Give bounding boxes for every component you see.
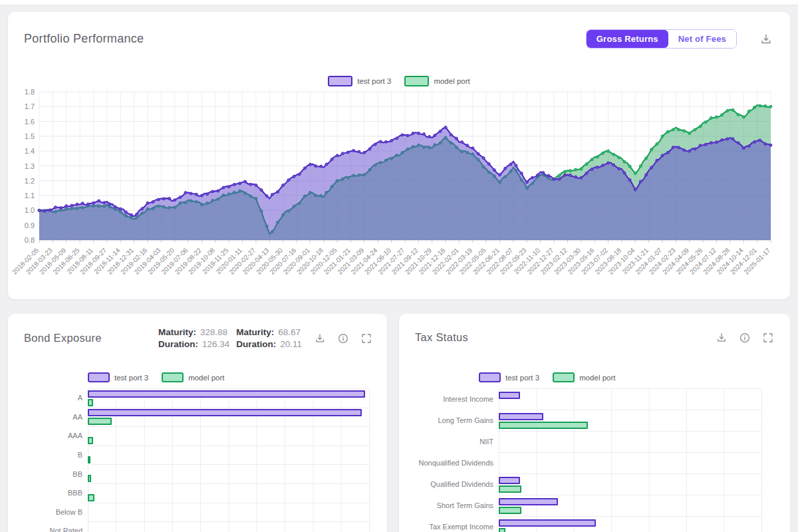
- svg-text:0.8: 0.8: [25, 236, 35, 244]
- bar-test-port-3[interactable]: [499, 477, 520, 484]
- legend-item-model-port[interactable]: model port: [162, 372, 224, 382]
- expand-icon[interactable]: [762, 332, 774, 344]
- performance-chart[interactable]: 0.80.91.01.11.21.31.41.51.61.71.82018-02…: [9, 86, 778, 286]
- bar-row-plot: [499, 410, 762, 431]
- bar-model-port[interactable]: [88, 418, 112, 425]
- stat-duration-2: Duration: 20.11: [236, 339, 302, 349]
- bar-row-plot: [499, 388, 762, 410]
- bar-row-label: Nonqualified Dividends: [399, 452, 499, 473]
- bar-row-plot: [88, 521, 370, 532]
- legend-label: test port 3: [357, 77, 391, 85]
- bar-row-below-b: Below B: [8, 503, 370, 522]
- bar-row-label: A: [8, 388, 88, 408]
- legend-label: model port: [434, 77, 469, 85]
- legend-label: test port 3: [114, 374, 148, 382]
- bar-row-aaa: AAA: [8, 426, 370, 446]
- legend-item-model-port[interactable]: model port: [404, 76, 469, 86]
- bar-row-label: AAA: [8, 426, 88, 446]
- bar-model-port[interactable]: [499, 528, 505, 532]
- svg-text:1.0: 1.0: [25, 206, 35, 214]
- tax-status-chart[interactable]: Interest IncomeLong Term GainsNIITNonqua…: [399, 388, 790, 532]
- bar-test-port-3[interactable]: [499, 498, 558, 505]
- bar-test-port-3[interactable]: [88, 390, 365, 398]
- bar-model-port[interactable]: [88, 494, 94, 501]
- legend-label: model port: [188, 374, 224, 382]
- download-icon[interactable]: [716, 332, 728, 344]
- bar-row-tax-exempt-income: Tax Exempt Income: [399, 516, 762, 532]
- bar-row-plot: [499, 431, 762, 452]
- tax-status-title: Tax Status: [415, 331, 468, 344]
- bar-row-label: Short Term Gains: [399, 495, 499, 516]
- svg-text:1.5: 1.5: [25, 132, 35, 140]
- legend-swatch: [162, 372, 184, 382]
- bar-model-port[interactable]: [88, 437, 93, 444]
- bar-row-plot: [88, 483, 370, 503]
- bar-model-port[interactable]: [88, 399, 93, 406]
- bar-row-plot: [499, 452, 762, 473]
- bar-row-plot: [499, 495, 762, 516]
- bar-row-aa: AA: [8, 408, 370, 427]
- download-icon[interactable]: [759, 33, 773, 46]
- bar-row-bbb: BBB: [8, 483, 370, 503]
- bar-model-port[interactable]: [499, 507, 521, 514]
- gross-returns-button[interactable]: Gross Returns: [587, 30, 668, 48]
- bar-row-plot: [88, 388, 370, 408]
- legend-item-test-port-3[interactable]: test port 3: [88, 372, 148, 382]
- stat-maturity-1: Maturity: 328.88: [158, 327, 229, 337]
- bar-row-plot: [499, 516, 762, 532]
- legend-item-test-port-3[interactable]: test port 3: [328, 76, 391, 86]
- bar-row-plot: [499, 473, 762, 495]
- bar-row-label: Long Term Gains: [399, 410, 499, 431]
- legend-swatch: [404, 76, 429, 86]
- info-icon[interactable]: [337, 332, 349, 344]
- bar-row-label: BB: [8, 464, 88, 483]
- tax-chart-legend: test port 3model port: [479, 372, 615, 382]
- bar-row-label: Interest Income: [399, 388, 499, 410]
- legend-swatch: [479, 372, 501, 382]
- expand-icon[interactable]: [360, 332, 372, 344]
- svg-text:1.7: 1.7: [25, 102, 35, 110]
- bar-model-port[interactable]: [88, 456, 90, 464]
- bar-model-port[interactable]: [88, 475, 91, 482]
- bond-stats: Maturity: 328.88 Maturity: 68.67 Duratio…: [158, 327, 302, 349]
- svg-text:1.8: 1.8: [25, 88, 35, 96]
- page-title: Portfolio Performance: [24, 32, 144, 46]
- bar-row-niit: NIIT: [399, 431, 762, 452]
- bar-row-plot: [88, 426, 370, 446]
- legend-item-model-port[interactable]: model port: [553, 372, 615, 382]
- bar-row-label: Not Rated: [8, 521, 88, 532]
- stat-maturity-2: Maturity: 68.67: [236, 327, 302, 337]
- bar-row-label: Below B: [8, 503, 88, 522]
- legend-label: model port: [579, 374, 615, 382]
- bar-model-port[interactable]: [499, 485, 521, 493]
- bar-row-qualified-dividends: Qualified Dividends: [399, 473, 762, 495]
- bar-test-port-3[interactable]: [88, 409, 362, 416]
- tax-status-card: Tax Status test port 3model port Interes…: [399, 314, 790, 532]
- bar-row-label: AA: [8, 408, 88, 427]
- legend-swatch: [328, 76, 352, 86]
- svg-text:1.3: 1.3: [25, 162, 35, 170]
- bar-test-port-3[interactable]: [499, 392, 520, 399]
- bar-row-plot: [88, 464, 370, 483]
- returns-toggle: Gross Returns Net of Fees: [586, 29, 737, 49]
- portfolio-performance-card: Portfolio Performance Gross Returns Net …: [8, 12, 790, 299]
- bond-exposure-chart[interactable]: AAAAAABBBBBBBelow BNot Rated: [8, 388, 387, 532]
- bar-row-plot: [88, 503, 370, 522]
- info-icon[interactable]: [739, 332, 751, 344]
- performance-chart-legend: test port 3model port: [8, 76, 790, 86]
- bar-row-not-rated: Not Rated: [8, 521, 370, 532]
- bar-test-port-3[interactable]: [499, 519, 596, 527]
- bar-row-bb: BB: [8, 464, 370, 483]
- bar-row-short-term-gains: Short Term Gains: [399, 495, 762, 516]
- bond-exposure-card: Bond Exposure Maturity: 328.88 Maturity:…: [8, 314, 387, 532]
- legend-swatch: [553, 372, 575, 382]
- bar-row-label: B: [8, 446, 88, 465]
- bond-chart-legend: test port 3model port: [88, 372, 224, 382]
- net-of-fees-button[interactable]: Net of Fees: [668, 30, 736, 48]
- legend-item-test-port-3[interactable]: test port 3: [479, 372, 539, 382]
- svg-text:1.6: 1.6: [25, 118, 35, 126]
- bond-exposure-title: Bond Exposure: [24, 332, 102, 344]
- bar-model-port[interactable]: [499, 422, 588, 429]
- bar-test-port-3[interactable]: [499, 413, 543, 420]
- download-icon[interactable]: [314, 332, 326, 344]
